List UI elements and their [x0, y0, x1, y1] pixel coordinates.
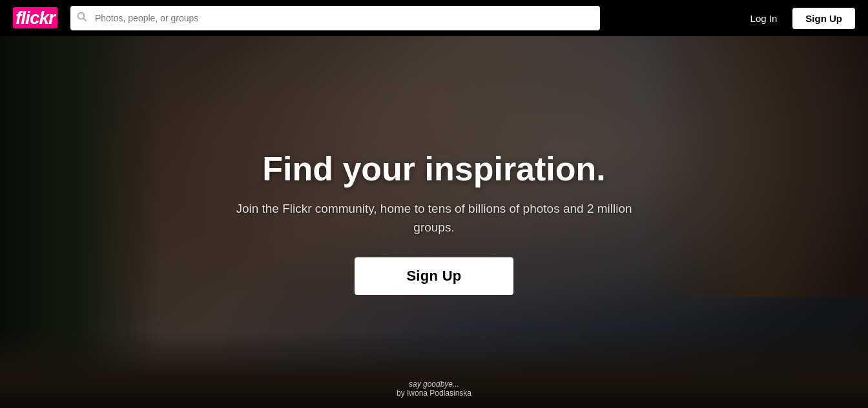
svg-line-1: [83, 19, 86, 21]
hero-title: Find your inspiration.: [262, 149, 606, 188]
signup-button-header[interactable]: Sign Up: [792, 8, 855, 29]
hero-content: Find your inspiration. Join the Flickr c…: [0, 36, 868, 408]
signup-button-hero[interactable]: Sign Up: [355, 257, 513, 295]
hero-section: Find your inspiration. Join the Flickr c…: [0, 36, 868, 408]
photo-title: say goodbye...: [397, 380, 471, 389]
search-icon: [77, 12, 87, 25]
hero-subtitle: Join the Flickr community, home to tens …: [234, 200, 634, 237]
photo-credit: say goodbye... by Iwona Podlasinska: [397, 380, 471, 398]
header-actions: Log In Sign Up: [743, 8, 855, 29]
search-bar: [70, 6, 600, 30]
login-button[interactable]: Log In: [743, 9, 785, 28]
header: flickr Log In Sign Up: [0, 0, 868, 36]
search-input[interactable]: [70, 6, 600, 30]
flickr-logo[interactable]: flickr: [13, 8, 57, 28]
photo-author: by Iwona Podlasinska: [397, 389, 471, 398]
